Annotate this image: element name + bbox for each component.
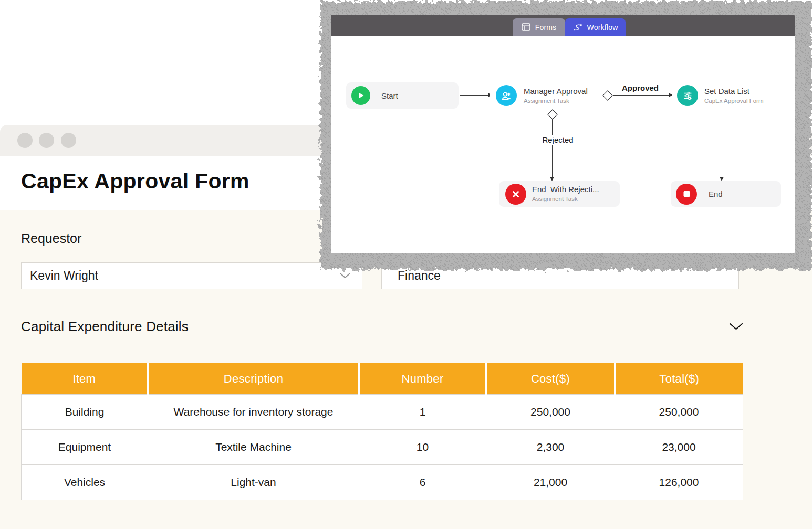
window-dot-icon (39, 133, 54, 148)
cell-item: Equipment (22, 430, 148, 465)
edge-label-approved: Approved (616, 83, 665, 93)
cell-number: 6 (359, 465, 486, 500)
capex-table: Item Description Number Cost($) Total($)… (21, 363, 743, 500)
cell-total: 23,000 (615, 430, 743, 465)
chevron-down-icon[interactable] (729, 323, 743, 331)
workflow-node-end[interactable]: End (671, 181, 781, 207)
table-header-row: Item Description Number Cost($) Total($) (22, 363, 743, 395)
workflow-window-header: Forms Workflow (331, 15, 795, 36)
cell-cost: 21,000 (486, 465, 615, 500)
tab-workflow[interactable]: Workflow (565, 18, 626, 36)
workflow-node-end-with-rejection[interactable]: End With Rejecti... Assignment Task (499, 181, 620, 207)
cell-item: Vehicles (22, 465, 148, 500)
requestor-select[interactable]: Kevin Wright (21, 262, 362, 289)
cell-number: 10 (359, 430, 486, 465)
chevron-down-icon (340, 273, 362, 279)
start-play-icon (351, 86, 370, 105)
col-header-item: Item (22, 363, 148, 395)
cell-description: Warehouse for inventory storage (148, 395, 359, 430)
edge-manager-to-end-rejected (552, 119, 553, 180)
workflow-canvas: Start Manager Approval Assignment Task R… (331, 36, 795, 253)
sliders-icon (677, 85, 698, 106)
window-dot-icon (17, 133, 33, 148)
requestor-label: Requestor (21, 231, 81, 246)
table-row: Equipment Textile Machine 10 2,300 23,00… (22, 430, 743, 465)
cell-cost: 2,300 (486, 430, 615, 465)
cell-cost: 250,000 (486, 395, 615, 430)
cell-total: 250,000 (615, 395, 743, 430)
workflow-icon (573, 23, 582, 31)
gateway-diamond (547, 109, 558, 120)
workflow-window: Forms Workflow Start (331, 15, 795, 253)
edge-label-rejected: Rejected (537, 135, 579, 145)
stop-icon (676, 184, 697, 205)
edge-manager-to-set-data (613, 95, 672, 96)
col-header-description: Description (148, 363, 359, 395)
department-value: Finance (382, 269, 441, 283)
node-title: Start (381, 91, 398, 100)
window-dot-icon (61, 133, 76, 148)
node-title: End With Rejecti... (532, 185, 599, 195)
tab-label: Workflow (587, 23, 618, 31)
section-divider (21, 342, 743, 342)
node-title: End (709, 189, 723, 198)
workflow-node-set-data-list[interactable]: Set Data List CapEx Approval Form (672, 82, 795, 109)
table-row: Vehicles Light-van 6 21,000 126,000 (22, 465, 743, 500)
node-subtitle: Assignment Task (532, 195, 599, 203)
tab-label: Forms (535, 23, 557, 31)
node-subtitle: Assignment Task (524, 97, 588, 104)
section-header: Capital Expenditure Details (21, 316, 743, 337)
node-title: Manager Approval (524, 87, 588, 97)
table-row: Building Warehouse for inventory storage… (22, 395, 743, 430)
requestor-value: Kevin Wright (22, 269, 98, 283)
tab-forms[interactable]: Forms (513, 18, 565, 36)
cell-item: Building (22, 395, 148, 430)
col-header-cost: Cost($) (486, 363, 615, 395)
cell-total: 126,000 (615, 465, 743, 500)
cell-description: Light-van (148, 465, 359, 500)
workflow-node-start[interactable]: Start (346, 82, 459, 109)
cell-description: Textile Machine (148, 430, 359, 465)
col-header-number: Number (359, 363, 486, 395)
col-header-total: Total($) (615, 363, 743, 395)
cell-number: 1 (359, 395, 486, 430)
users-icon (496, 85, 517, 106)
page-title: CapEx Approval Form (21, 169, 249, 194)
gateway-diamond (602, 90, 613, 101)
workflow-node-manager-approval[interactable]: Manager Approval Assignment Task (490, 82, 599, 109)
edge-start-to-manager (460, 95, 491, 96)
section-title: Capital Expenditure Details (21, 319, 189, 335)
edge-set-data-to-end (722, 110, 722, 180)
forms-icon (522, 23, 530, 31)
node-title: Set Data List (704, 87, 764, 97)
reject-x-icon (505, 184, 526, 205)
node-subtitle: CapEx Approval Form (704, 97, 764, 104)
